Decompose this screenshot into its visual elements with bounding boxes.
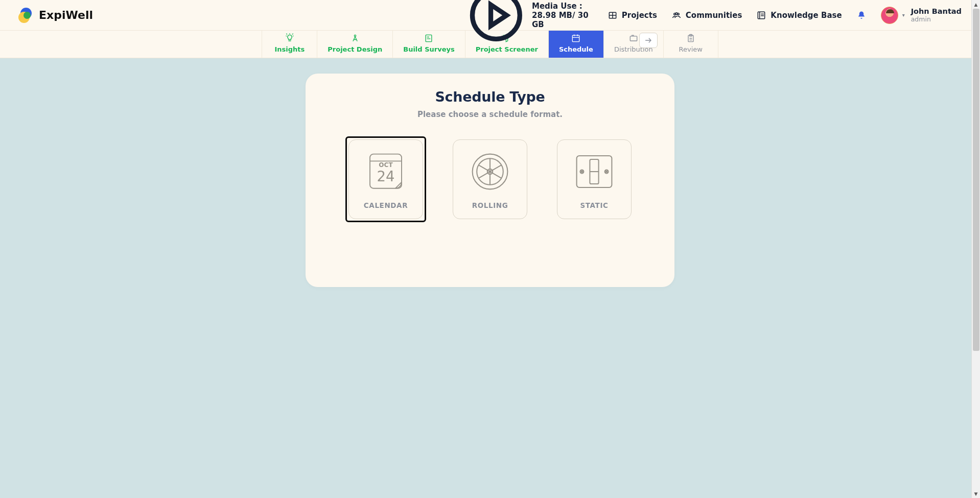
option-label: CALENDAR	[364, 201, 408, 209]
schedule-type-card: Schedule Type Please choose a schedule f…	[306, 74, 674, 287]
scrollbar-thumb[interactable]	[973, 9, 979, 351]
option-label: ROLLING	[472, 201, 508, 209]
option-rolling[interactable]: ROLLING	[453, 139, 527, 219]
vertical-scrollbar[interactable]: ▲ ▼	[971, 0, 980, 498]
form-icon	[424, 33, 434, 43]
svg-point-6	[354, 35, 356, 36]
calendar-page-icon: OCT 24	[362, 149, 409, 194]
scrollbar-track[interactable]	[972, 9, 980, 489]
tab-insights[interactable]: Insights	[262, 31, 317, 58]
nav-projects[interactable]: Projects	[608, 10, 657, 20]
user-name: John Bantad	[911, 8, 962, 16]
option-calendar-highlight: OCT 24 CALENDAR	[345, 136, 426, 222]
forward-icon	[639, 33, 658, 48]
nav-kb-label: Knowledge Base	[771, 11, 842, 20]
nav-communities[interactable]: Communities	[671, 10, 742, 20]
tab-label: Build Surveys	[403, 45, 454, 53]
grid-icon	[608, 10, 618, 20]
tab-distribution[interactable]: Distribution	[603, 31, 663, 58]
switch-panel-icon	[571, 149, 618, 194]
tab-project-design[interactable]: Project Design	[317, 31, 392, 58]
schedule-options: OCT 24 CALENDAR	[326, 136, 654, 222]
tab-build-surveys[interactable]: Build Surveys	[392, 31, 464, 58]
wheel-icon	[466, 149, 514, 194]
brand-logo[interactable]: ExpiWell	[18, 8, 93, 23]
tab-label: Project Design	[328, 45, 382, 53]
book-icon	[756, 10, 766, 20]
chevron-down-icon: ▾	[902, 12, 905, 18]
svg-point-4	[675, 12, 678, 14]
option-static[interactable]: STATIC	[557, 139, 632, 219]
notifications-icon[interactable]	[856, 10, 867, 20]
nav-projects-label: Projects	[622, 11, 657, 20]
option-static-wrap: STATIC	[554, 136, 635, 222]
option-label: STATIC	[580, 201, 608, 209]
nav-knowledge-base[interactable]: Knowledge Base	[756, 10, 842, 20]
media-use-indicator[interactable]: Media Use : 28.98 MB/ 30 GB	[464, 0, 593, 46]
svg-rect-9	[630, 36, 637, 41]
lightbulb-icon	[285, 33, 295, 43]
brand-name: ExpiWell	[39, 9, 93, 21]
tab-label: Insights	[274, 45, 305, 53]
logo-icon	[18, 8, 34, 23]
svg-rect-7	[426, 35, 432, 41]
people-icon	[671, 10, 682, 20]
nav-communities-label: Communities	[686, 11, 742, 20]
calendar-day: 24	[377, 168, 394, 184]
user-menu[interactable]: ▾ John Bantad admin	[881, 7, 962, 24]
page-body: Schedule Type Please choose a schedule f…	[0, 58, 980, 287]
avatar-icon	[881, 7, 898, 24]
svg-rect-5	[758, 12, 765, 18]
card-subtitle: Please choose a schedule format.	[326, 110, 654, 119]
play-circle-icon	[464, 0, 528, 46]
compass-icon	[350, 33, 360, 43]
card-title: Schedule Type	[326, 89, 654, 105]
option-rolling-wrap: ROLLING	[450, 136, 530, 222]
scroll-up-icon[interactable]: ▲	[972, 0, 980, 9]
user-role: admin	[911, 16, 962, 23]
option-calendar[interactable]: OCT 24 CALENDAR	[348, 139, 423, 219]
scroll-down-icon[interactable]: ▼	[972, 489, 980, 498]
media-use-text: Media Use : 28.98 MB/ 30 GB	[532, 2, 593, 29]
top-bar: ExpiWell Media Use : 28.98 MB/ 30 GB Pro…	[0, 0, 980, 31]
share-icon	[628, 33, 639, 43]
